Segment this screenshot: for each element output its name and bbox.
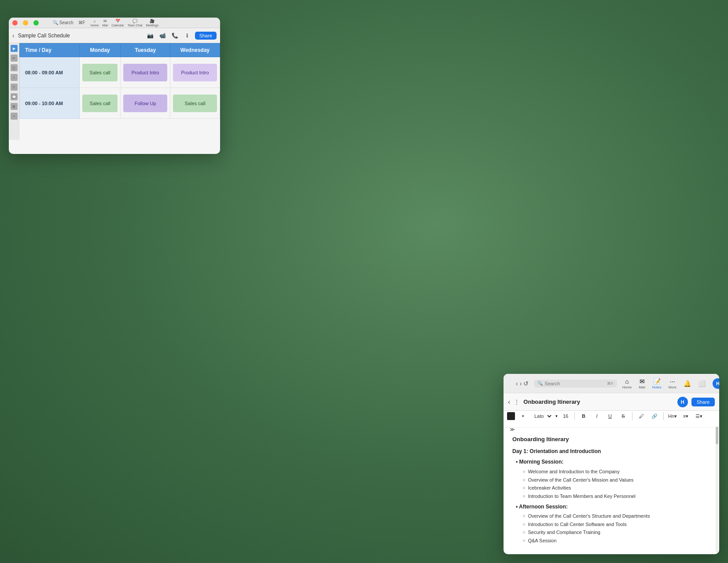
teamchat-nav-icon[interactable]: 💬Team Chat <box>128 19 143 27</box>
font-select-chevron: ▾ <box>555 414 558 418</box>
search-bar-mock[interactable]: 🔍 Search ⌘F <box>53 20 85 25</box>
notes-scrollbar[interactable] <box>716 427 718 552</box>
notes-item-5: Overview of the Call Center's Structure … <box>523 512 710 520</box>
event-cell-mon-0[interactable]: Sales call <box>79 57 120 88</box>
italic-button[interactable]: I <box>592 411 602 421</box>
notes-search-icon: 🔍 <box>537 381 543 386</box>
chevron-down-icon[interactable]: ▾ <box>518 411 528 421</box>
notes-nav-mail[interactable]: ✉ Mail <box>639 378 645 389</box>
bell-icon[interactable]: 🔔 <box>684 380 691 387</box>
pencil-tool[interactable]: ✏ <box>11 55 18 62</box>
notes-document-title: Onboarding Itinerary <box>523 398 673 405</box>
table-tool[interactable]: ⊞ <box>11 103 18 110</box>
text-tool[interactable]: T <box>11 84 18 91</box>
event-cell-mon-1[interactable]: Sales call <box>79 88 120 119</box>
plus-tool[interactable]: + <box>11 113 18 120</box>
table-row: 09:00 - 10:00 AM Sales call Follow Up Sa… <box>20 88 220 119</box>
notes-label: Notes <box>652 385 662 389</box>
list-button[interactable]: ☰▾ <box>694 411 704 421</box>
event-cell-wed-0[interactable]: Product Intro <box>170 57 220 88</box>
notes-item-6: Introduction to Call Center Software and… <box>523 520 710 529</box>
table-row: 08:00 - 09:00 AM Sales call Product Intr… <box>20 57 220 88</box>
line-tool[interactable]: / <box>11 74 18 81</box>
notes-content-title: Onboarding Itinerary <box>512 435 710 444</box>
notes-mac-topbar: ‹ › ↺ 🔍 ⌘F ⌂ Home ✉ Mail 📝 Notes ··· <box>504 374 719 393</box>
notes-item-2: Overview of the Call Center's Mission an… <box>523 476 710 484</box>
toolbar-divider-1 <box>574 412 575 420</box>
video-icon[interactable]: 📹 <box>158 31 168 40</box>
more-icon: ··· <box>670 378 675 385</box>
notes-doc-header: ‹ ⋮ Onboarding Itinerary H Share <box>504 393 719 411</box>
info-icon[interactable]: ℹ <box>183 31 192 40</box>
notes-window: ‹ › ↺ 🔍 ⌘F ⌂ Home ✉ Mail 📝 Notes ··· <box>504 374 719 554</box>
sidebar-icon[interactable]: ⬜ <box>698 380 706 387</box>
col-header-tuesday: Tuesday <box>121 44 170 57</box>
heading-button[interactable]: Hn▾ <box>667 411 678 421</box>
event-sales-call-mon: Sales call <box>82 64 118 81</box>
event-cell-tue-1[interactable]: Follow Up <box>121 88 170 119</box>
notes-scrollbar-thumb <box>716 427 718 444</box>
notes-more-btn[interactable]: ⋮ <box>514 398 520 406</box>
color-picker-btn[interactable] <box>507 412 515 420</box>
col-header-time: Time / Day <box>20 44 80 57</box>
calendar-nav-icon[interactable]: 📅Calendar <box>111 19 124 27</box>
highlight-button[interactable]: 🖊 <box>636 411 647 421</box>
phone-icon[interactable]: 📞 <box>170 31 180 40</box>
spreadsheet-content: ▶ ✏ ◻ / T 💬 ⊞ + Time / Day Monday Tuesda… <box>9 43 220 140</box>
left-toolbar: ▶ ✏ ◻ / T 💬 ⊞ + <box>9 43 19 140</box>
traffic-light-yellow[interactable] <box>23 20 28 26</box>
traffic-light-red[interactable] <box>12 20 18 26</box>
expand-button[interactable]: ≫ <box>507 424 518 435</box>
notes-refresh-button[interactable]: ↺ <box>523 378 529 389</box>
shape-tool[interactable]: ◻ <box>11 64 18 71</box>
camera-icon[interactable]: 📷 <box>146 31 155 40</box>
traffic-light-green[interactable] <box>33 20 39 26</box>
link-button[interactable]: 🔗 <box>649 411 660 421</box>
document-title: Sample Call Schedule <box>18 33 70 39</box>
col-header-wednesday: Wednesday <box>170 44 220 57</box>
notes-next-button[interactable]: › <box>520 378 522 389</box>
mac-menubar: 🔍 Search ⌘F ⌂Home ✉Mail 📅Calendar 💬Team … <box>9 18 220 28</box>
toolbar-divider-3 <box>663 412 664 420</box>
notes-search-shortcut: ⌘F <box>607 381 614 386</box>
notes-item-4: Introduction to Team Members and Key Per… <box>523 492 710 501</box>
notes-item-1: Welcome and Introduction to the Company <box>523 468 710 476</box>
notes-afternoon-session: • Afternoon Session: <box>516 502 710 511</box>
notes-search-bar[interactable]: 🔍 ⌘F <box>534 380 617 388</box>
align-button[interactable]: ≡▾ <box>680 411 691 421</box>
select-tool[interactable]: ▶ <box>11 45 18 52</box>
back-button[interactable]: ‹ <box>12 32 15 39</box>
mac-nav-icons: ⌂Home ✉Mail 📅Calendar 💬Team Chat 🎥Meetin… <box>91 19 158 27</box>
underline-button[interactable]: U <box>605 411 615 421</box>
event-cell-wed-1[interactable]: Sales call <box>170 88 220 119</box>
strikethrough-button[interactable]: S <box>618 411 629 421</box>
notes-share-button[interactable]: Share <box>691 398 715 406</box>
toolbar-divider-2 <box>632 412 632 420</box>
notes-doc-avatar[interactable]: H <box>677 397 688 407</box>
notes-formatting-toolbar: ▾ Lato ▾ 16 B I U S 🖊 🔗 Hn▾ ≡▾ ☰▾ ≫ <box>504 411 719 428</box>
event-sales-call-wed: Sales call <box>173 95 217 112</box>
home-nav-icon[interactable]: ⌂Home <box>91 19 99 27</box>
notes-icon: 📝 <box>653 378 661 385</box>
notes-search-input[interactable] <box>544 381 605 386</box>
notes-nav-more[interactable]: ··· More <box>669 378 677 389</box>
event-cell-tue-0[interactable]: Product Intro <box>121 57 170 88</box>
spreadsheet-window: 🔍 Search ⌘F ⌂Home ✉Mail 📅Calendar 💬Team … <box>9 18 220 154</box>
share-button[interactable]: Share <box>195 32 217 40</box>
notes-nav-home[interactable]: ⌂ Home <box>622 378 632 389</box>
font-size-display[interactable]: 16 <box>560 411 571 421</box>
col-header-monday: Monday <box>79 44 120 57</box>
user-avatar[interactable]: H <box>713 378 719 389</box>
bold-button[interactable]: B <box>578 411 589 421</box>
mail-icon: ✉ <box>640 378 645 385</box>
comment-tool[interactable]: 💬 <box>11 93 18 100</box>
meetings-nav-icon[interactable]: 🎥Meetings <box>146 19 158 27</box>
notes-prev-button[interactable]: ‹ <box>516 378 518 389</box>
notes-morning-session: • Morning Session: <box>516 457 710 466</box>
mail-label: Mail <box>639 385 645 389</box>
spreadsheet-toolbar: ‹ Sample Call Schedule 📷 📹 📞 ℹ Share <box>9 28 220 43</box>
notes-nav-back[interactable]: ‹ <box>508 398 510 406</box>
notes-nav-notes[interactable]: 📝 Notes <box>652 378 662 389</box>
mail-nav-icon[interactable]: ✉Mail <box>102 19 108 27</box>
font-family-select[interactable]: Lato <box>531 412 553 420</box>
